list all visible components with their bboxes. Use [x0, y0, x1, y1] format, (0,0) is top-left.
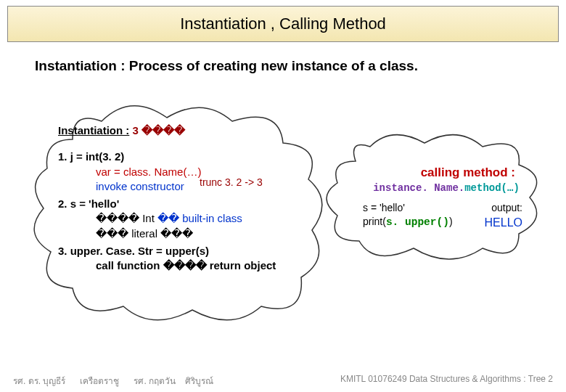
item-2-num: 2. [58, 197, 67, 210]
item-2-sub2: ��� literal ��� [96, 226, 298, 241]
inst-label: Instantiation : [58, 124, 129, 136]
inst-count: 3 ���� [133, 124, 186, 136]
slide-title: Instantiation , Calling Method [180, 15, 386, 33]
author-1a: รศ. ดร. บุญธีร์ [13, 376, 65, 386]
right-cloud-content: calling method : instance. Name.method(…… [363, 165, 530, 230]
intro-text: Instantiation : Process of creating new … [35, 58, 531, 74]
ex-l2a: print( [363, 216, 386, 227]
instantiation-heading: Instantiation : 3 ���� [58, 123, 298, 138]
item-3-num: 3. [58, 245, 67, 257]
footer-right: KMITL 01076249 Data Structures & Algorit… [340, 374, 553, 388]
trunc-annotation: trunc 3. 2 -> 3 [200, 176, 263, 189]
output-label: output: [485, 201, 522, 215]
item-3: 3. upper. Case. Str = upper(s) call func… [58, 244, 298, 274]
example-output: output: HELLO [485, 201, 530, 230]
footer: รศ. ดร. บุญธีร์ เครือตราชู รศ. กฤตวัน ศิ… [0, 374, 566, 388]
left-cloud: Instantiation : 3 ���� trunc 3. 2 -> 3 1… [29, 89, 327, 328]
tmpl-method: method(…) [464, 182, 520, 194]
item-2-sub1: ���� Int �� built-in class [96, 211, 298, 226]
title-bar: Instantiation , Calling Method [7, 6, 559, 42]
author-2a: รศ. กฤตวัน [134, 376, 176, 386]
content-area: Instantiation : 3 ���� trunc 3. 2 -> 3 1… [0, 81, 566, 335]
left-cloud-content: Instantiation : 3 ���� trunc 3. 2 -> 3 1… [58, 123, 298, 273]
author-2b: ศิริบูรณ์ [185, 376, 213, 386]
tmpl-instance: instance. Name. [373, 182, 464, 194]
item-1-num: 1. [58, 150, 67, 163]
calling-template: instance. Name.method(…) [363, 181, 530, 195]
item-1-code: j = int(3. 2) [70, 150, 125, 163]
footer-left: รศ. ดร. บุญธีร์ เครือตราชู รศ. กฤตวัน ศิ… [13, 374, 213, 388]
example-block: output: HELLO s = 'hello' print(s. upper… [363, 201, 530, 229]
output-value: HELLO [485, 215, 522, 231]
item-3-code: upper. Case. Str = upper(s) [70, 245, 209, 257]
item-2: 2. s = 'hello' ���� Int �� built-in clas… [58, 197, 298, 241]
item-1-sub1: var = class. Name(…) [96, 165, 298, 179]
item-1-sub2: invoke constructor [96, 179, 298, 194]
right-cloud: calling method : instance. Name.method(…… [319, 125, 544, 263]
item-2-code: s = 'hello' [70, 197, 120, 210]
ex-l2b: s. upper() [386, 216, 449, 228]
item-3-sub1: call function ���� return object [96, 258, 298, 273]
calling-method-heading: calling method : [363, 165, 530, 181]
item-2-sub1a: ���� Int [96, 212, 155, 224]
item-2-sub1b: �� built-in class [157, 212, 242, 224]
ex-l2c: ) [449, 216, 453, 227]
author-1b: เครือตราชู [80, 376, 119, 386]
